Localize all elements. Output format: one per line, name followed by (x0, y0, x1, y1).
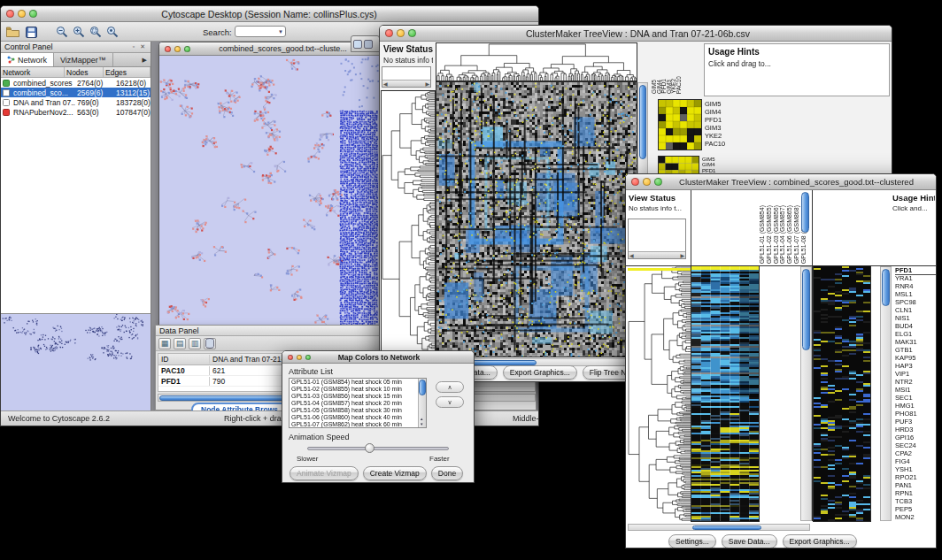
gene-vscrollbar[interactable] (880, 266, 892, 521)
attribute-item[interactable]: GPL51-06 (GSM860) heat shock 40 min (290, 414, 426, 421)
create-attribute-icon[interactable]: ▤ (174, 338, 186, 349)
gene-label[interactable]: GPI16 (895, 433, 936, 441)
vscroll-thumb[interactable] (639, 85, 646, 159)
gene-label[interactable]: RPN1 (895, 489, 936, 497)
tv2-settings-button[interactable]: Settings... (668, 534, 716, 548)
heatmap-hscrollbar[interactable] (628, 524, 810, 531)
gene-label[interactable]: YKE2 (705, 132, 735, 140)
zoom-selected-icon[interactable] (104, 25, 120, 39)
save-session-icon[interactable] (24, 25, 39, 39)
gene-label[interactable]: CPA2 (895, 449, 936, 457)
select-attributes-icon[interactable]: ▦ (158, 338, 171, 349)
minimize-button[interactable] (18, 10, 26, 18)
gene-label[interactable]: NTR2 (895, 378, 936, 386)
gene-label[interactable]: PAN1 (895, 481, 936, 489)
minimize-button[interactable] (397, 29, 405, 37)
move-down-button[interactable]: ∨ (436, 396, 464, 408)
heatmap-canvas[interactable] (436, 82, 637, 357)
gene-label[interactable]: FIG4 (895, 457, 936, 465)
network-row[interactable]: RNAPuberNov2...563(0)107847(0) (1, 107, 151, 117)
gene-label[interactable]: HAP3 (895, 362, 936, 370)
network-row[interactable]: combined_sco...2569(6)13112(15) (1, 88, 151, 97)
zoom-in-icon[interactable] (71, 25, 86, 39)
gene-label[interactable]: RNR4 (895, 282, 936, 290)
global-matrix-canvas[interactable] (659, 100, 701, 150)
gene-label[interactable]: SPC98 (895, 298, 936, 306)
treeview1-titlebar[interactable]: ClusterMaker TreeView : DNA and Tran 07-… (380, 26, 892, 42)
gene-label[interactable]: MAK31 (895, 338, 936, 346)
zoom-button[interactable] (408, 29, 416, 37)
gene-label[interactable]: CLN1 (895, 306, 936, 314)
nav-left-icon[interactable]: ◀ (383, 81, 388, 87)
row-dendrogram[interactable] (382, 91, 435, 357)
zoom-fit-icon[interactable] (88, 25, 103, 39)
delete-attribute-icon[interactable]: ▥ (189, 338, 201, 349)
row-dendrogram[interactable] (628, 266, 691, 521)
vscroll-thumb[interactable] (801, 192, 809, 233)
gene-label[interactable]: VIP1 (895, 370, 936, 378)
global-nav-box[interactable]: ◀ ▶ (382, 66, 431, 88)
slider-thumb[interactable] (365, 443, 374, 453)
gene-label[interactable]: MSI1 (895, 386, 936, 394)
move-up-button[interactable]: ∧ (436, 381, 464, 393)
open-session-icon[interactable] (5, 25, 20, 39)
gene-label[interactable]: HRD3 (895, 426, 936, 433)
tv1-export-graphics-button[interactable]: Export Graphics... (503, 365, 577, 380)
gene-label[interactable]: PFD1 (705, 116, 735, 124)
attribute-item[interactable]: GPL51-01 (GSM854) heat shock 05 min (290, 379, 426, 386)
gene-label[interactable]: GIM3 (705, 124, 735, 132)
close-button[interactable] (288, 355, 293, 360)
minimize-button[interactable] (643, 178, 651, 186)
zoom-button[interactable] (29, 10, 37, 18)
attribute-item[interactable]: GPL51-05 (GSM858) heat shock 30 min (290, 407, 426, 414)
gene-label[interactable]: SEC1 (895, 394, 936, 402)
gene-label[interactable]: YSH1 (895, 465, 936, 473)
tab-vizmapper[interactable]: VizMapper™ (54, 53, 113, 66)
close-button[interactable] (385, 29, 393, 37)
gene-label[interactable]: PUF3 (895, 418, 936, 426)
gene-label[interactable]: YRA1 (895, 274, 936, 282)
gene-label[interactable]: SEC24 (895, 441, 936, 449)
nav-right-icon[interactable]: ▶ (425, 81, 429, 87)
tab-network[interactable]: Network (1, 53, 54, 66)
zoom-button[interactable] (184, 46, 190, 52)
search-input[interactable]: ▼ (235, 26, 286, 37)
gene-label[interactable]: MON2 (895, 513, 936, 521)
tv2-export-graphics-button[interactable]: Export Graphics... (783, 534, 857, 548)
gene-label[interactable]: BUD4 (895, 322, 936, 330)
panel-dock-icons[interactable]: ▫ ✕ (133, 43, 147, 50)
close-button[interactable] (6, 10, 14, 18)
gene-label[interactable]: KAP95 (895, 354, 936, 362)
close-button[interactable] (631, 178, 639, 186)
close-button[interactable] (165, 46, 171, 52)
gene-label[interactable]: MSL1 (895, 290, 936, 298)
dialog-titlebar[interactable]: Map Colors to Network (282, 351, 474, 364)
dialog-create-vizmap-button[interactable]: Create Vizmap (363, 466, 427, 480)
gene-label[interactable]: HMG1 (895, 402, 936, 410)
treeview2-titlebar[interactable]: ClusterMaker TreeView : combined_scores_… (626, 174, 936, 190)
vscroll-thumb[interactable] (882, 269, 890, 306)
database-icon[interactable] (204, 338, 216, 349)
gene-label[interactable]: GTB1 (895, 346, 936, 354)
list-vscrollbar[interactable]: ▲ ▼ (418, 379, 426, 427)
secondary-heatmap-canvas[interactable] (814, 266, 870, 521)
network-row[interactable]: DNA and Tran 07...769(0)183728(0) (1, 97, 151, 107)
main-titlebar[interactable]: Cytoscape Desktop (Session Name: collins… (1, 6, 538, 22)
heatmap-vscrollbar[interactable] (800, 266, 812, 521)
gene-label[interactable]: NIS1 (895, 314, 936, 322)
heatmap-canvas[interactable] (691, 266, 759, 521)
combo-arrow-icon[interactable]: ▼ (278, 29, 283, 35)
attribute-item[interactable]: GPL51-04 (GSM857) heat shock 20 min (290, 400, 426, 407)
tv2-save-data-button[interactable]: Save Data... (722, 534, 777, 548)
gene-label[interactable]: GIM4 (705, 108, 735, 116)
network-row[interactable]: combined_scores2764(0)16218(0) (1, 78, 151, 88)
dialog-animate-vizmap-button[interactable]: Animate Vizmap (290, 466, 359, 480)
network-canvas[interactable] (159, 56, 381, 327)
gene-label[interactable]: PEP5 (895, 505, 936, 513)
network-overview-canvas[interactable] (1, 314, 150, 411)
gene-label[interactable]: PHO81 (895, 410, 936, 418)
tab-overflow-icon[interactable]: ▶ (139, 53, 151, 66)
scroll-down-icon[interactable]: ▼ (420, 422, 423, 426)
gene-label[interactable]: ELG1 (895, 330, 936, 338)
zoom-button[interactable] (654, 178, 662, 186)
